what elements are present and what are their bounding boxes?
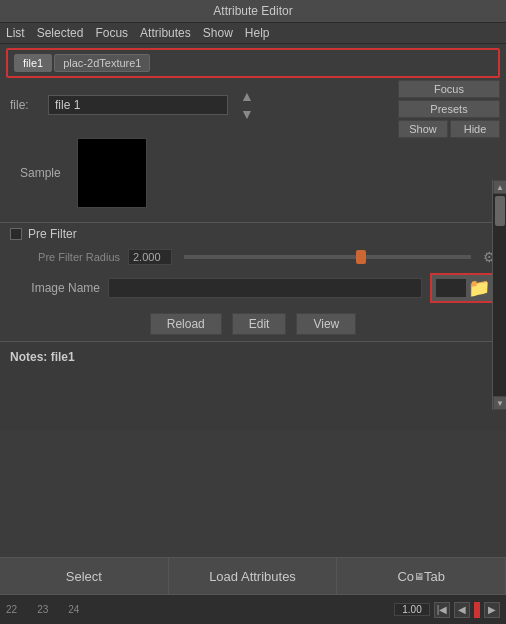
- edit-button[interactable]: Edit: [232, 313, 287, 335]
- pre-filter-radius-label: Pre Filter Radius: [10, 251, 120, 263]
- arrow-down-icon[interactable]: ▼: [240, 106, 254, 122]
- copy-tab-icon: 🖥: [414, 571, 424, 582]
- file-row-label: file:: [10, 98, 40, 112]
- timeline-red-marker: [474, 602, 480, 618]
- scroll-down-button[interactable]: ▼: [493, 396, 506, 410]
- timeline-num-22: 22: [6, 604, 17, 615]
- menu-list[interactable]: List: [6, 26, 25, 40]
- reload-button[interactable]: Reload: [150, 313, 222, 335]
- menu-selected[interactable]: Selected: [37, 26, 84, 40]
- sample-label: Sample: [20, 166, 61, 180]
- scroll-up-button[interactable]: ▲: [493, 180, 506, 194]
- timeline-bar: 22 23 24 |◀ ◀ ▶: [0, 594, 506, 624]
- view-button[interactable]: View: [296, 313, 356, 335]
- sample-section: Sample: [0, 128, 506, 218]
- notes-title: Notes: file1: [10, 350, 496, 364]
- show-button[interactable]: Show: [398, 120, 448, 138]
- tab-bar: file1 plac-2dTexture1: [6, 48, 500, 78]
- timeline-start-button[interactable]: |◀: [434, 602, 450, 618]
- menu-show[interactable]: Show: [203, 26, 233, 40]
- frame-input[interactable]: [394, 603, 430, 616]
- pre-filter-radius-input[interactable]: [128, 249, 172, 265]
- file-input[interactable]: [48, 95, 228, 115]
- copy-tab-text: Tab: [424, 569, 445, 584]
- timeline-numbers: 22 23 24: [6, 604, 79, 615]
- scroll-bar[interactable]: ▲ ▼: [492, 180, 506, 410]
- title-label: Attribute Editor: [213, 4, 292, 18]
- tab-place2dtexture[interactable]: plac-2dTexture1: [54, 54, 150, 72]
- menu-focus[interactable]: Focus: [95, 26, 128, 40]
- pre-filter-label: Pre Filter: [28, 227, 77, 241]
- copy-tab-button[interactable]: Co 🖥 Tab: [337, 558, 506, 594]
- focus-button[interactable]: Focus: [398, 80, 500, 98]
- load-attributes-button[interactable]: Load Attributes: [169, 558, 338, 594]
- image-name-label: Image Name: [10, 281, 100, 295]
- tab-file1[interactable]: file1: [14, 54, 52, 72]
- right-button-panel: Focus Presets Show Hide: [398, 80, 500, 138]
- folder-icon[interactable]: 📁: [468, 277, 490, 299]
- hide-button[interactable]: Hide: [450, 120, 500, 138]
- presets-button[interactable]: Presets: [398, 100, 500, 118]
- select-button[interactable]: Select: [0, 558, 169, 594]
- arrow-up-icon[interactable]: ▲: [240, 88, 254, 104]
- image-preview-dark: [436, 279, 466, 297]
- pre-filter-row: Pre Filter: [0, 223, 506, 245]
- pre-filter-radius-row: Pre Filter Radius ⚙: [0, 245, 506, 269]
- image-name-row: Image Name 📁: [0, 269, 506, 307]
- menu-attributes[interactable]: Attributes: [140, 26, 191, 40]
- pre-filter-slider-thumb[interactable]: [356, 250, 366, 264]
- title-bar: Attribute Editor: [0, 0, 506, 23]
- action-row: Reload Edit View: [0, 307, 506, 341]
- notes-section: Notes: file1: [0, 341, 506, 431]
- timeline-num-24: 24: [68, 604, 79, 615]
- timeline-next-button[interactable]: ▶: [484, 602, 500, 618]
- bottom-bar: Select Load Attributes Co 🖥 Tab: [0, 557, 506, 594]
- scroll-thumb[interactable]: [495, 196, 505, 226]
- copy-tab-label: Co: [397, 569, 414, 584]
- timeline-controls: |◀ ◀ ▶: [394, 602, 500, 618]
- image-name-browse-box: 📁: [430, 273, 496, 303]
- menu-bar: List Selected Focus Attributes Show Help: [0, 23, 506, 44]
- menu-help[interactable]: Help: [245, 26, 270, 40]
- sample-preview: [77, 138, 147, 208]
- timeline-prev-button[interactable]: ◀: [454, 602, 470, 618]
- pre-filter-slider-track[interactable]: [184, 255, 471, 259]
- timeline-num-23: 23: [37, 604, 48, 615]
- pre-filter-checkbox[interactable]: [10, 228, 22, 240]
- image-name-input[interactable]: [108, 278, 422, 298]
